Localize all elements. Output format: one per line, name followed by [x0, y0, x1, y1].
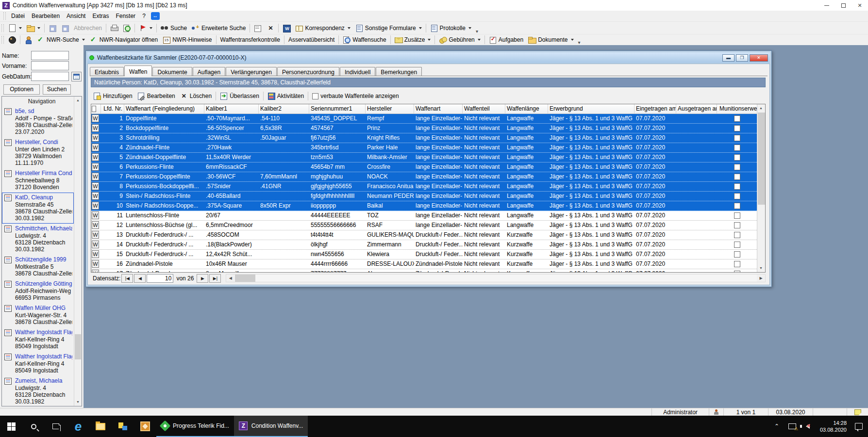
- munitionserwerb-checkbox[interactable]: [734, 193, 740, 199]
- person-button[interactable]: [22, 34, 34, 45]
- munitionserwerb-checkbox[interactable]: [734, 242, 740, 248]
- table-row[interactable]: W16Zündnadel-Pistole10x46R Mauser4444rrr…: [91, 259, 757, 269]
- munitionserwerb-checkbox[interactable]: [734, 183, 740, 190]
- tray-expand-button[interactable]: ⌃: [769, 416, 784, 437]
- taskbar-clock[interactable]: 14:28 03.08.2020: [816, 420, 851, 433]
- table-vertical-scrollbar[interactable]: ▲ ▼: [757, 104, 765, 272]
- word-button[interactable]: [280, 23, 293, 33]
- column-header[interactable]: Waffenlänge: [505, 104, 548, 113]
- maximize-button[interactable]: [835, 0, 851, 11]
- munitionserwerb-checkbox[interactable]: [734, 271, 740, 272]
- column-header[interactable]: Erwerbgrund: [548, 104, 634, 113]
- open-button[interactable]: [24, 23, 43, 33]
- toolbar-overflow[interactable]: ▾: [576, 40, 583, 45]
- taskbar-button[interactable]: Condition Waffenv...: [234, 416, 308, 437]
- asservatuebersicht-button[interactable]: Asservatübersicht: [286, 34, 337, 45]
- status-note-segment[interactable]: [847, 408, 868, 416]
- nav-item[interactable]: Hersteller Firma ConditionSchneeballweg …: [2, 168, 74, 193]
- nav-item[interactable]: Walther Ingolstadt Flags.Karl-Kellner-Ri…: [2, 352, 74, 376]
- table-row[interactable]: W14Druckluft-/ Federdruck-/ ....18(Black…: [91, 240, 757, 250]
- nwr-navigator-button[interactable]: NWR-Navigator öffnen: [87, 34, 161, 45]
- munitionserwerb-checkbox[interactable]: [734, 164, 740, 170]
- menu-ansicht[interactable]: Ansicht: [63, 11, 89, 21]
- volume-muted-icon[interactable]: [801, 416, 815, 437]
- tab-verlängerungen[interactable]: Verlängerungen: [226, 67, 277, 76]
- munitionserwerb-checkbox[interactable]: [734, 115, 740, 122]
- munitionserwerb-checkbox[interactable]: [734, 145, 740, 151]
- table-row[interactable]: W1Doppelflinte.50-70Maynard....54-110345…: [91, 114, 757, 124]
- toolbar-grip[interactable]: [1, 24, 4, 32]
- edge-button[interactable]: e: [67, 416, 89, 437]
- child-window-titlebar[interactable]: Waffenbesitzkarte für Sammler (E2020-07-…: [87, 52, 770, 63]
- column-header[interactable]: Seriennummer1: [309, 104, 366, 113]
- new-document-button[interactable]: [6, 23, 24, 33]
- column-header[interactable]: Lfd. Nr.: [101, 104, 124, 113]
- record-number-input[interactable]: [147, 274, 173, 283]
- menu-?[interactable]: ?: [139, 11, 149, 21]
- verbaute-waffenteile-checkbox[interactable]: verbaute Waffenteile anzeigen: [310, 91, 401, 101]
- column-header[interactable]: Eingetragen am: [634, 104, 676, 113]
- delete-button[interactable]: [264, 23, 277, 33]
- nwr-hinweise-button[interactable]: NWR-Hinweise: [160, 34, 214, 45]
- column-header[interactable]: Kaliber1: [204, 104, 259, 113]
- munitionserwerb-checkbox[interactable]: [734, 261, 740, 267]
- minimize-button[interactable]: [818, 0, 835, 11]
- last-record-button[interactable]: ▶|: [209, 274, 221, 283]
- globe-button[interactable]: [6, 34, 18, 45]
- start-button[interactable]: [0, 416, 22, 437]
- tab-erlaubnis[interactable]: Erlaubnis: [90, 67, 124, 76]
- calendar-picker-button[interactable]: [71, 72, 82, 81]
- table-row[interactable]: W10Stein-/ Radschloss-Doppe....375A-Squa…: [91, 201, 757, 211]
- save-all-button[interactable]: [59, 23, 71, 33]
- table-row[interactable]: W5Zündnadel-Doppelflinte11,5x40R Werdert…: [91, 153, 757, 162]
- toolbar-grip[interactable]: [3, 12, 6, 20]
- tab-individuell[interactable]: Individuell: [340, 67, 375, 76]
- scroll-left-icon[interactable]: ◀: [226, 275, 234, 282]
- scroll-up-icon[interactable]: ▲: [757, 104, 765, 112]
- column-header[interactable]: Waffenart (Feingliederung): [124, 104, 204, 113]
- close-button[interactable]: ✕: [851, 0, 868, 11]
- waffensuche-button[interactable]: Waffensuche: [340, 34, 388, 45]
- nwr-suche-button[interactable]: NWR-Suche: [34, 34, 87, 45]
- column-header[interactable]: Waffenteil: [463, 104, 505, 113]
- ueberlassen-button[interactable]: Überlassen: [217, 91, 262, 101]
- scrollbar-thumb[interactable]: [235, 275, 255, 282]
- previous-record-button[interactable]: ◀: [134, 274, 146, 283]
- table-row[interactable]: W8Perkussions-Bockdoppelfli....57Snider.…: [91, 182, 757, 192]
- scroll-up-icon[interactable]: ▲: [74, 97, 82, 104]
- name-input[interactable]: [31, 51, 69, 60]
- table-row[interactable]: W7Perkussions-Doppelflinte.30-56WCF7,60m…: [91, 172, 757, 182]
- taskbar-button[interactable]: Progress Telerik Fid...: [156, 416, 234, 437]
- protokolle-button[interactable]: Protokolle: [428, 23, 474, 33]
- munitionserwerb-checkbox[interactable]: [734, 203, 740, 209]
- search-button[interactable]: Suche: [158, 23, 189, 33]
- taskbar-search-button[interactable]: [22, 416, 45, 437]
- table-row[interactable]: W6Perkussions-Flinte6mmRissackCF45654b7 …: [91, 162, 757, 172]
- gebdatum-input[interactable]: [31, 72, 69, 81]
- tab-waffen[interactable]: Waffen: [124, 65, 152, 76]
- toolbar-grip[interactable]: [1, 36, 4, 44]
- column-header[interactable]: Waffenart: [414, 104, 463, 113]
- column-header[interactable]: [91, 104, 101, 113]
- scroll-down-icon[interactable]: ▼: [74, 398, 82, 406]
- tab-dokumente[interactable]: Dokumente: [152, 67, 192, 76]
- menu-fenster[interactable]: Fenster: [112, 11, 139, 21]
- table-row[interactable]: W12Luntenschloss-Büchse (gl...6,5mmCreed…: [91, 221, 757, 230]
- zusaetze-button[interactable]: Zusätze: [392, 34, 434, 45]
- menu-extras[interactable]: Extras: [89, 11, 112, 21]
- tab-bemerkungen[interactable]: Bemerkungen: [376, 67, 422, 76]
- print-preview-button[interactable]: [120, 23, 133, 33]
- suchen-button[interactable]: Suchen: [43, 84, 71, 95]
- nav-item[interactable]: Schützengilde 1999Moltkestraße 538678 Cl…: [2, 255, 74, 279]
- sonstige-formulare-button[interactable]: Sonstige Formulare: [353, 23, 424, 33]
- navigation-scrollbar[interactable]: ▲ ▼: [74, 97, 82, 406]
- table-row[interactable]: W17Zündnadel-Revolver8mmMerveilleux77778…: [91, 269, 757, 272]
- tab-personenzuordnung[interactable]: Personenzuordnung: [277, 67, 339, 76]
- abort-button[interactable]: Abbrechen: [71, 23, 104, 33]
- menu-bearbeiten[interactable]: Bearbeiten: [28, 11, 63, 21]
- save-button[interactable]: [46, 23, 59, 33]
- bearbeiten-button[interactable]: Bearbeiten: [135, 91, 178, 101]
- table-horizontal-scrollbar[interactable]: ◀ ▶: [226, 274, 766, 282]
- munitionserwerb-checkbox[interactable]: [734, 174, 740, 180]
- nav-item[interactable]: Schmittchen, MichaelaLudwigstr. 463128 D…: [2, 224, 74, 255]
